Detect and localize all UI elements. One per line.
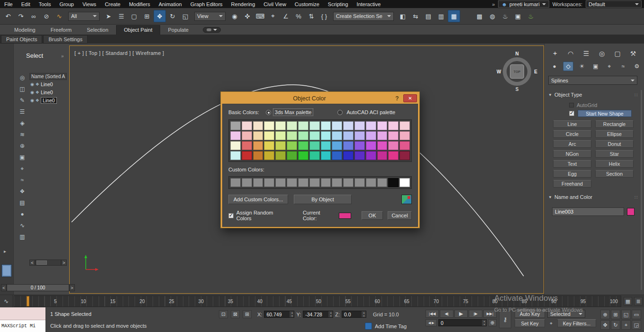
render-setup-icon[interactable]: ♨ xyxy=(499,10,511,22)
ribbon-minimize-toggle[interactable] xyxy=(203,27,221,33)
spinner-snap-icon[interactable]: ⇅ xyxy=(305,10,317,22)
shape-button[interactable]: NGon xyxy=(553,150,591,158)
basic-color-swatch[interactable] xyxy=(399,121,410,130)
menu-item[interactable]: Rendering xyxy=(227,0,260,8)
basic-color-swatch[interactable] xyxy=(264,151,274,160)
basic-color-swatch[interactable] xyxy=(298,131,308,140)
visibility-eye-icon[interactable]: ◉ xyxy=(30,98,34,103)
close-icon[interactable]: ✕ xyxy=(403,94,417,102)
show-containers-icon[interactable]: ▥ xyxy=(18,232,27,242)
basic-color-swatch[interactable] xyxy=(332,121,342,130)
ribbon-panel-tab[interactable]: Brush Settings xyxy=(43,35,88,44)
menu-item[interactable]: Customize xyxy=(290,0,324,8)
show-groups-icon[interactable]: ❖ xyxy=(18,187,27,196)
object-name-input[interactable]: Line003 xyxy=(552,207,624,216)
custom-color-swatch[interactable] xyxy=(366,178,376,187)
bind-to-space-warp-icon[interactable]: ∿ xyxy=(53,10,65,22)
custom-color-swatch[interactable] xyxy=(343,178,354,187)
basic-color-swatch[interactable] xyxy=(275,121,286,130)
pan-icon[interactable]: ✥ xyxy=(600,320,610,330)
menu-item[interactable]: Animation xyxy=(154,0,186,8)
scrollbar-track[interactable] xyxy=(35,260,61,266)
curve-editor-icon[interactable] xyxy=(461,10,473,22)
percent-snap-icon[interactable]: % xyxy=(292,10,305,22)
custom-color-swatch[interactable] xyxy=(253,178,263,187)
custom-color-swatch[interactable] xyxy=(388,178,399,187)
basic-color-swatch[interactable] xyxy=(343,151,354,160)
redo-icon[interactable]: ↷ xyxy=(15,10,27,22)
show-geometry-icon[interactable]: ◈ xyxy=(18,118,27,128)
basic-color-swatch[interactable] xyxy=(298,121,308,130)
workspace-dropdown[interactable]: Default xyxy=(586,0,642,8)
x-coordinate-field[interactable]: 60.749▲▼ xyxy=(264,311,294,318)
use-center-icon[interactable]: ◉ xyxy=(228,10,241,22)
zoom-all-icon[interactable]: ⊞ xyxy=(611,310,620,319)
custom-color-swatch[interactable] xyxy=(230,178,241,187)
basic-color-swatch[interactable] xyxy=(309,141,320,150)
align-icon[interactable]: ⇆ xyxy=(409,10,422,22)
previous-frame-arrow[interactable]: < xyxy=(1,284,7,291)
toolbar-overflow-chevron[interactable]: » xyxy=(492,1,495,7)
selection-lock-icon[interactable]: ⊠ xyxy=(231,310,240,318)
show-bones-icon[interactable]: ∿ xyxy=(18,221,27,230)
ok-button[interactable]: OK xyxy=(362,211,383,220)
basic-color-swatch[interactable] xyxy=(343,121,354,130)
start-new-shape-checkbox[interactable] xyxy=(569,111,574,116)
object-type-rollout[interactable]: ▼ Object Type ∷ xyxy=(548,92,637,98)
visibility-eye-icon[interactable]: ◉ xyxy=(30,82,34,87)
basic-color-swatch[interactable] xyxy=(354,131,365,140)
motion-tab-icon[interactable]: ◎ xyxy=(596,48,608,59)
shape-button[interactable]: Rectangle xyxy=(595,120,634,128)
shape-button[interactable]: Text xyxy=(553,160,591,168)
basic-color-swatch[interactable] xyxy=(287,121,297,130)
select-and-move-icon[interactable]: ✥ xyxy=(154,10,166,22)
basic-color-swatch[interactable] xyxy=(388,121,399,130)
cameras-category-icon[interactable]: ▣ xyxy=(590,62,601,71)
custom-color-swatch[interactable] xyxy=(332,178,342,187)
basic-color-swatch[interactable] xyxy=(230,151,241,160)
ribbon-tab[interactable]: Populate xyxy=(160,26,196,35)
user-account-menu[interactable]: ☻ preeti kumari xyxy=(498,0,549,8)
shape-button[interactable]: Arc xyxy=(553,140,591,148)
basic-color-swatch[interactable] xyxy=(332,141,342,150)
cancel-button[interactable]: Cancel xyxy=(388,211,412,220)
basic-color-swatch[interactable] xyxy=(388,151,399,160)
custom-color-swatch[interactable] xyxy=(377,178,388,187)
edit-name-icon[interactable]: ✎ xyxy=(18,96,27,105)
basic-color-swatch[interactable] xyxy=(253,141,263,150)
basic-color-swatch[interactable] xyxy=(230,141,241,150)
help-icon[interactable]: ? xyxy=(393,95,401,102)
y-coordinate-field[interactable]: -34.728▲▼ xyxy=(303,311,333,318)
menu-item[interactable]: Graph Editors xyxy=(186,0,227,8)
named-selection-set-field[interactable]: Create Selection Se xyxy=(333,12,394,21)
select-and-manipulate-icon[interactable]: ✜ xyxy=(241,10,254,22)
shape-button[interactable]: Ellipse xyxy=(595,130,634,138)
basic-color-swatch[interactable] xyxy=(388,141,399,150)
view-cube[interactable]: TOP N S W E xyxy=(497,52,537,91)
menu-item[interactable]: Modifiers xyxy=(125,0,154,8)
shape-button[interactable]: Egg xyxy=(553,170,591,178)
render-production-icon[interactable]: ♨ xyxy=(525,10,537,22)
next-frame-arrow[interactable]: > xyxy=(69,284,75,291)
shape-button[interactable]: Section xyxy=(595,170,634,178)
spinner-icon[interactable]: ▲▼ xyxy=(362,311,366,317)
compass-south[interactable]: S xyxy=(516,87,519,92)
subcategory-dropdown[interactable]: Splines xyxy=(548,76,637,85)
timeline-playhead[interactable] xyxy=(27,296,29,306)
zoom-region-icon[interactable]: ▭ xyxy=(632,310,641,319)
menu-item[interactable]: File xyxy=(0,0,17,8)
isolate-selection-icon[interactable]: ⊡ xyxy=(219,310,228,318)
basic-color-swatch[interactable] xyxy=(321,121,331,130)
key-mode-toggle-icon[interactable]: ⊕ xyxy=(488,319,497,326)
basic-color-swatch[interactable] xyxy=(343,131,354,140)
ribbon-toggle-icon[interactable]: ▦ xyxy=(448,10,460,22)
modify-tab-icon[interactable]: ◠ xyxy=(565,48,576,59)
basic-color-swatch[interactable] xyxy=(332,131,342,140)
menu-item[interactable]: Tools xyxy=(35,0,55,8)
show-spacewarps-icon[interactable]: ≈ xyxy=(18,175,27,185)
basic-color-swatch[interactable] xyxy=(298,141,308,150)
ribbon-tab[interactable]: Freeform xyxy=(43,26,80,35)
basic-color-swatch[interactable] xyxy=(377,141,388,150)
basic-color-swatch[interactable] xyxy=(264,121,274,130)
z-coordinate-field[interactable]: 0.0▲▼ xyxy=(342,311,366,318)
